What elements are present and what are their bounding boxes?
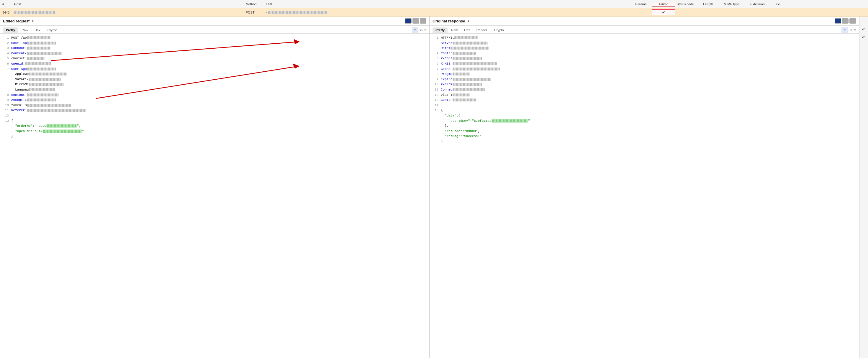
right-icon-menu: ≡ (854, 28, 856, 32)
r-code-line-12: 12Via: 1 (433, 93, 856, 98)
code-line-7b: Safari/ (3, 77, 426, 82)
r-code-line-9: 9Expire (433, 77, 856, 82)
right-panel-dropdown-icon[interactable]: ▾ (468, 19, 469, 23)
code-line-13b: "openId":"o6m7" (3, 129, 426, 134)
row-method: POST (245, 11, 265, 14)
r-code-line-1: 1HTTP/1. (433, 35, 856, 41)
r-code-line-15c: "userIdKey":"67ef811aa" (433, 119, 856, 124)
code-line-6: 6openid: (3, 61, 426, 67)
sidebar-label-r2[interactable]: R (862, 36, 865, 38)
code-line-3: 3Connect: (3, 46, 426, 51)
tab-icrypto-right[interactable]: iCrypto (491, 27, 507, 33)
left-icon-msg[interactable]: ≡ (412, 27, 418, 33)
left-tab-icons: ≡ \n ≡ (412, 27, 426, 33)
code-line-13a: "orderNo":"FED20", (3, 124, 426, 129)
left-view-toggle (405, 18, 426, 24)
view-btn-right-1[interactable] (835, 18, 841, 24)
right-icon-ln: \n (850, 29, 852, 32)
right-panel: Original response ▾ Pretty Raw Hex Rende… (430, 17, 859, 358)
code-line-11: 11Referer: (3, 108, 426, 113)
view-btn-right-3[interactable] (849, 18, 856, 24)
right-panel-title: Original response (433, 19, 465, 23)
tab-pretty-left[interactable]: Pretty (3, 27, 18, 33)
r-code-line-13: 13Conten (433, 98, 856, 103)
left-panel-dropdown-icon[interactable]: ▾ (32, 19, 34, 23)
row-id: 3443 (1, 11, 13, 14)
r-code-line-14: 14 (433, 103, 856, 108)
view-btn-right-2[interactable] (842, 18, 848, 24)
tab-raw-right[interactable]: Raw (448, 27, 461, 33)
row-url: / (265, 10, 634, 14)
code-line-13: 13{ (3, 119, 426, 124)
code-line-7: 7User-Age (3, 67, 426, 72)
code-line-12: 12 (3, 113, 426, 119)
right-panel-content[interactable]: 1HTTP/1. 2Server 3Date: 4Conten 5X-Cont … (430, 34, 859, 358)
r-code-line-4: 4Conten (433, 51, 856, 56)
col-header-title: Title (773, 2, 867, 6)
r-code-line-8: 8Pragma (433, 72, 856, 77)
code-line-2: 2Host: ap (3, 41, 426, 46)
code-line-9: 9Accept-E (3, 98, 426, 103)
tab-hex-right[interactable]: Hex (461, 27, 473, 33)
right-panel-tabs: Pretty Raw Hex Render iCrypto ≡ \n ≡ (430, 26, 859, 34)
r-code-line-15b: "data":{ (433, 113, 856, 119)
code-line-8: 8content- (3, 93, 426, 98)
r-code-line-15f: "retMsg":"Success!" (433, 134, 856, 139)
row-host (13, 10, 245, 14)
tab-hex-left[interactable]: Hex (32, 27, 43, 33)
r-code-line-15a: 15{ (433, 108, 856, 113)
r-code-line-7: 7Cache- (433, 67, 856, 72)
sidebar-label-r1[interactable]: R (862, 28, 865, 30)
url-prefix: / (267, 10, 267, 14)
col-header-edited: Edited (652, 2, 675, 6)
code-line-1: 1POST /ap (3, 35, 426, 41)
code-line-13c: } (3, 134, 426, 139)
code-line-4: 4Content- (3, 51, 426, 56)
table-header: # Host Method URL Params Edited Status c… (0, 0, 868, 8)
col-header-length: Length (702, 2, 722, 6)
right-panel-header: Original response ▾ (430, 17, 859, 26)
view-btn-left-2[interactable] (412, 18, 419, 24)
left-panel-tabs: Pretty Raw Hex iCrypto ≡ \n ≡ (0, 26, 429, 34)
left-panel-title: Edited request (3, 19, 30, 23)
col-header-method: Method (245, 2, 265, 6)
tab-icrypto-left[interactable]: iCrypto (44, 27, 60, 33)
view-btn-left-3[interactable] (420, 18, 426, 24)
code-line-7c: MicroMe (3, 82, 426, 87)
tab-pretty-right[interactable]: Pretty (433, 27, 447, 33)
col-header-hash: # (1, 2, 13, 6)
left-panel-content[interactable]: 1POST /ap 2Host: ap 3Connect: 4Content- … (0, 34, 429, 358)
r-code-line-15e: "retCode":"00000", (433, 129, 856, 134)
col-header-extension: Extension (749, 2, 773, 6)
main-area: Edited request ▾ Pretty Raw Hex iCrypto … (0, 17, 868, 358)
row-edited-check: ✓ (652, 9, 675, 15)
code-line-7a: AppleWe (3, 72, 426, 77)
code-line-10: 10token: S (3, 103, 426, 108)
tab-raw-left[interactable]: Raw (19, 27, 31, 33)
host-blurred (14, 11, 56, 14)
right-icon-msg[interactable]: ≡ (841, 27, 848, 33)
right-view-toggle (835, 18, 856, 24)
tab-render-right[interactable]: Render (473, 27, 490, 33)
col-header-params: Params (634, 2, 652, 6)
right-sidebar: R R (859, 17, 868, 358)
view-btn-left-1[interactable] (405, 18, 411, 24)
code-line-7d: Languag (3, 87, 426, 93)
r-code-line-15g: } (433, 139, 856, 144)
col-header-status: Status code (675, 2, 702, 6)
col-header-url: URL (265, 2, 634, 6)
r-code-line-10: 10X-Fram (433, 82, 856, 87)
url-blurred (268, 11, 327, 14)
r-code-line-6: 6X-XSS- (433, 61, 856, 67)
r-code-line-5: 5X-Cont (433, 56, 856, 61)
left-icon-menu: ≡ (424, 28, 426, 32)
left-panel: Edited request ▾ Pretty Raw Hex iCrypto … (0, 17, 430, 358)
col-header-host: Host (13, 2, 245, 6)
r-code-line-15d: }, (433, 124, 856, 129)
table-row[interactable]: 3443 POST / ✓ (0, 8, 868, 17)
right-tab-icons: ≡ \n ≡ (841, 27, 856, 33)
r-code-line-3: 3Date: (433, 46, 856, 51)
left-icon-ln: \n (420, 29, 423, 32)
code-line-5: 5charset: (3, 56, 426, 61)
left-panel-header: Edited request ▾ (0, 17, 429, 26)
